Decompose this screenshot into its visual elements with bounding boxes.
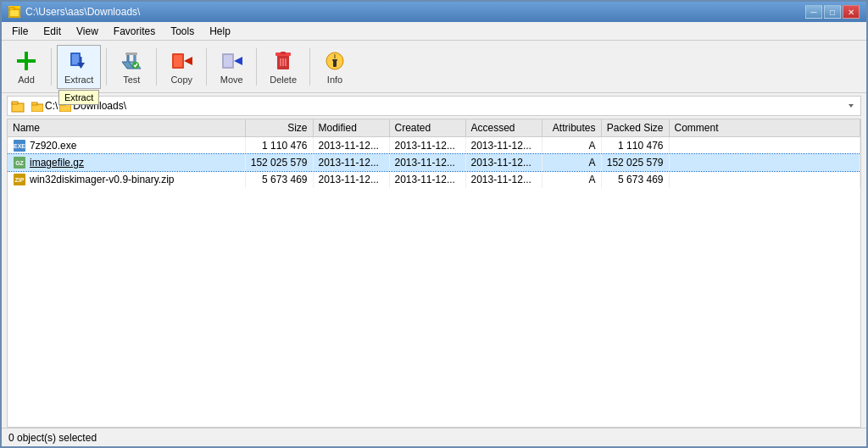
toolbar-btn-test[interactable]: Test — [112, 45, 151, 89]
svg-rect-4 — [17, 59, 36, 63]
file-comment — [669, 137, 860, 155]
file-name-cell: ZIPwin32diskimager-v0.9-binary.zip — [8, 171, 245, 188]
svg-rect-12 — [174, 55, 182, 67]
address-path-c: C:\ — [45, 100, 58, 112]
toolbar-btn-info[interactable]: i Info — [315, 45, 354, 89]
svg-rect-9 — [125, 53, 137, 55]
extract-label: Extract — [64, 75, 93, 85]
col-header-name[interactable]: Name — [8, 119, 245, 137]
toolbar-btn-move[interactable]: Move — [212, 45, 251, 89]
file-attributes: A — [542, 171, 601, 188]
status-text: 0 object(s) selected — [8, 432, 97, 444]
svg-rect-28 — [12, 102, 18, 104]
svg-rect-1 — [9, 8, 14, 10]
file-icon-zip: ZIP — [13, 173, 26, 186]
toolbar-separator-info — [309, 48, 310, 86]
add-label: Add — [18, 75, 35, 85]
file-icon-exe: EXE — [13, 139, 26, 152]
toolbar-separator-delete — [256, 48, 257, 86]
window-icon — [8, 6, 20, 18]
svg-rect-26 — [332, 59, 337, 61]
move-icon — [220, 49, 243, 73]
file-name: imagefile.gz — [30, 157, 84, 169]
add-icon — [14, 49, 38, 73]
file-packed-size: 1 110 476 — [601, 137, 669, 155]
toolbar: Add ExtractExtract Test Copy Move — [2, 41, 866, 93]
menu-bar: FileEditViewFavoritesToolsHelp — [2, 22, 866, 41]
svg-text:ZIP: ZIP — [15, 177, 25, 183]
svg-rect-30 — [31, 102, 37, 105]
toolbar-btn-add[interactable]: Add — [7, 45, 46, 89]
minimize-button[interactable]: ─ — [805, 5, 822, 19]
toolbar-separator-copy — [156, 48, 157, 86]
file-list-area: Name Size Modified Created Accessed Attr… — [7, 119, 861, 428]
title-bar-left: C:\Users\aas\Downloads\ — [8, 6, 140, 18]
menu-item-file[interactable]: File — [5, 24, 35, 38]
table-row[interactable]: GZimagefile.gz152 025 5792013-11-12...20… — [8, 154, 860, 171]
svg-text:i: i — [334, 53, 336, 59]
file-accessed: 2013-11-12... — [465, 137, 542, 155]
toolbar-btn-copy[interactable]: Copy — [162, 45, 201, 89]
address-path-downloads: Downloads\ — [73, 100, 126, 112]
svg-text:GZ: GZ — [15, 160, 24, 166]
menu-item-view[interactable]: View — [70, 24, 105, 38]
toolbar-separator-test — [106, 48, 107, 86]
col-header-size[interactable]: Size — [245, 119, 313, 137]
title-bar-controls: ─ □ ✕ — [805, 5, 860, 19]
window-title: C:\Users\aas\Downloads\ — [25, 6, 140, 18]
file-packed-size: 152 025 579 — [601, 154, 669, 171]
file-created: 2013-11-12... — [389, 171, 465, 188]
close-button[interactable]: ✕ — [843, 5, 860, 19]
file-comment — [669, 154, 860, 171]
file-modified: 2013-11-12... — [313, 137, 389, 155]
file-accessed: 2013-11-12... — [465, 171, 542, 188]
status-bar: 0 object(s) selected — [2, 428, 866, 446]
col-header-packed-size[interactable]: Packed Size — [601, 119, 669, 137]
address-path: C:\ Downloads\ — [28, 100, 842, 112]
svg-rect-2 — [10, 10, 19, 16]
delete-icon — [271, 49, 295, 73]
col-header-accessed[interactable]: Accessed — [465, 119, 542, 137]
col-header-modified[interactable]: Modified — [313, 119, 389, 137]
svg-text:EXE: EXE — [14, 143, 25, 149]
col-header-comment[interactable]: Comment — [669, 119, 860, 137]
info-label: Info — [327, 75, 342, 85]
toolbar-separator-move — [206, 48, 207, 86]
address-nav-icon — [8, 97, 28, 114]
maximize-button[interactable]: □ — [824, 5, 841, 19]
svg-rect-25 — [333, 60, 337, 67]
move-label: Move — [220, 75, 243, 85]
col-header-created[interactable]: Created — [389, 119, 465, 137]
address-bar: C:\ Downloads\ — [7, 96, 861, 116]
file-attributes: A — [542, 137, 601, 155]
menu-item-favorites[interactable]: Favorites — [107, 24, 162, 38]
copy-icon — [170, 49, 193, 73]
test-label: Test — [123, 75, 140, 85]
menu-item-edit[interactable]: Edit — [36, 24, 68, 38]
col-header-attributes[interactable]: Attributes — [542, 119, 601, 137]
file-name-cell: EXE7z920.exe — [8, 137, 245, 155]
file-created: 2013-11-12... — [389, 154, 465, 171]
svg-marker-13 — [184, 57, 192, 65]
table-row[interactable]: EXE7z920.exe1 110 4762013-11-12...2013-1… — [8, 137, 860, 155]
menu-item-tools[interactable]: Tools — [164, 24, 201, 38]
toolbar-btn-extract[interactable]: ExtractExtract — [57, 45, 101, 89]
file-modified: 2013-11-12... — [313, 154, 389, 171]
file-name: win32diskimager-v0.9-binary.zip — [30, 174, 175, 185]
address-folder-icon-dl — [58, 100, 73, 112]
file-size: 152 025 579 — [245, 154, 313, 171]
file-name: 7z920.exe — [30, 140, 76, 152]
svg-rect-15 — [224, 55, 232, 67]
menu-item-help[interactable]: Help — [203, 24, 237, 38]
svg-rect-19 — [281, 52, 286, 54]
file-accessed: 2013-11-12... — [465, 154, 542, 171]
file-attributes: A — [542, 154, 601, 171]
toolbar-btn-delete[interactable]: Delete — [262, 45, 304, 89]
file-name-cell: GZimagefile.gz — [8, 154, 245, 171]
file-packed-size: 5 673 469 — [601, 171, 669, 188]
address-folder-icon-c — [31, 100, 45, 112]
title-bar: C:\Users\aas\Downloads\ ─ □ ✕ — [2, 2, 866, 22]
table-row[interactable]: ZIPwin32diskimager-v0.9-binary.zip5 673 … — [8, 171, 860, 188]
extract-icon — [67, 49, 91, 73]
address-dropdown-button[interactable] — [842, 100, 860, 112]
